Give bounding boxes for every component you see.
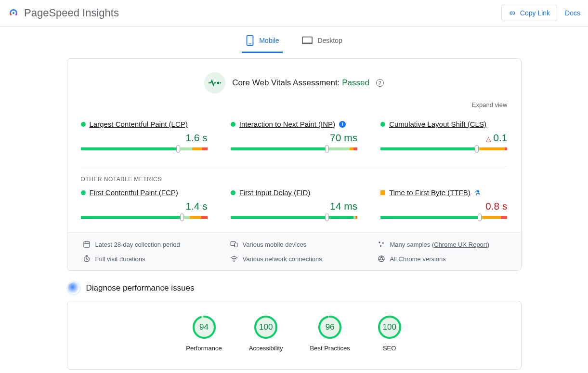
metric-item: First Contentful Paint (FCP) 1.4 s xyxy=(81,188,208,219)
warning-icon: △ xyxy=(486,135,491,143)
percentile-handle xyxy=(176,145,180,153)
link-icon xyxy=(509,9,516,17)
header-left: PageSpeed Insights xyxy=(8,7,119,19)
flask-icon: ⚗ xyxy=(474,189,481,197)
svg-rect-3 xyxy=(302,37,312,43)
info-icon[interactable]: i xyxy=(339,121,346,128)
expand-view-link[interactable]: Expand view xyxy=(81,101,508,108)
score-gauge: 100 xyxy=(253,315,278,340)
wifi-icon xyxy=(230,255,238,263)
lighthouse-badge-icon xyxy=(68,282,79,294)
status-dot xyxy=(231,122,235,127)
svg-rect-7 xyxy=(84,242,90,247)
percentile-handle xyxy=(180,213,184,221)
metric-item: First Input Delay (FID) 14 ms xyxy=(231,188,357,219)
footer-period: Latest 28-day collection period xyxy=(83,240,217,248)
metric-item: Time to First Byte (TTFB) ⚗ 0.8 s xyxy=(380,188,507,219)
metric-name-link[interactable]: Time to First Byte (TTFB) xyxy=(389,188,470,197)
metric-header: Largest Contentful Paint (LCP) xyxy=(81,120,208,128)
svg-point-11 xyxy=(382,242,383,244)
crux-report-link[interactable]: Chrome UX Report xyxy=(434,241,487,248)
score-label: Best Practices xyxy=(310,345,350,352)
diagnose-title: Diagnose performance issues xyxy=(86,283,195,293)
metric-header: Cumulative Layout Shift (CLS) xyxy=(380,120,507,128)
footer-network: Various network connections xyxy=(230,255,364,263)
metric-value: △0.1 xyxy=(380,132,507,144)
distribution-bar xyxy=(380,147,507,150)
diagnose-header: Diagnose performance issues xyxy=(68,282,522,294)
score-label: SEO xyxy=(377,345,402,352)
svg-point-6 xyxy=(220,82,221,83)
metric-name-link[interactable]: Largest Contentful Paint (LCP) xyxy=(90,120,188,128)
footer-samples: Many samples (Chrome UX Report) xyxy=(378,240,511,248)
calendar-icon xyxy=(83,240,91,248)
tab-mobile[interactable]: Mobile xyxy=(242,29,283,53)
metric-header: First Input Delay (FID) xyxy=(231,188,357,197)
metric-item: Interaction to Next Paint (INP) i 70 ms xyxy=(231,120,357,150)
cwv-status: Passed xyxy=(342,78,369,87)
percentile-handle xyxy=(478,213,482,221)
devices-icon xyxy=(230,240,238,248)
metric-item: Cumulative Layout Shift (CLS) △0.1 xyxy=(380,120,507,150)
svg-point-10 xyxy=(379,241,380,243)
device-tabs: Mobile Desktop xyxy=(0,27,588,53)
tab-desktop[interactable]: Desktop xyxy=(298,29,346,53)
copy-link-button[interactable]: Copy Link xyxy=(501,5,557,21)
metric-header: Time to First Byte (TTFB) ⚗ xyxy=(380,188,507,197)
status-square xyxy=(380,190,385,195)
score-seo[interactable]: 100 SEO xyxy=(377,315,402,352)
copy-link-label: Copy Link xyxy=(520,9,550,17)
metric-name-link[interactable]: First Contentful Paint (FCP) xyxy=(90,188,178,197)
status-dot xyxy=(81,122,86,127)
lighthouse-scores: 94 Performance 100 Accessibility 96 Best… xyxy=(67,301,521,369)
score-value: 94 xyxy=(192,315,217,340)
metric-value: 1.6 s xyxy=(81,132,208,144)
pulse-icon xyxy=(204,72,225,93)
help-icon[interactable]: ? xyxy=(376,79,384,87)
header-right: Copy Link Docs xyxy=(501,5,580,21)
score-value: 96 xyxy=(317,315,342,340)
metric-value: 1.4 s xyxy=(81,200,208,212)
status-dot xyxy=(380,122,385,127)
score-best practices[interactable]: 96 Best Practices xyxy=(310,315,350,352)
distribution-bar xyxy=(380,216,507,219)
footer-versions: All Chrome versions xyxy=(378,255,511,263)
svg-point-12 xyxy=(380,245,381,247)
timer-icon xyxy=(83,255,91,263)
scatter-icon xyxy=(378,240,385,248)
metric-header: Interaction to Next Paint (INP) i xyxy=(231,120,357,128)
distribution-bar xyxy=(81,216,208,219)
cwv-header: Core Web Vitals Assessment: Passed ? xyxy=(81,72,508,93)
metric-name-link[interactable]: First Input Delay (FID) xyxy=(239,188,311,197)
distribution-bar xyxy=(231,216,357,219)
app-title: PageSpeed Insights xyxy=(24,7,119,19)
main-content: Core Web Vitals Assessment: Passed ? Exp… xyxy=(63,58,525,370)
score-label: Accessibility xyxy=(249,345,283,352)
svg-rect-2 xyxy=(248,43,251,44)
cwv-metrics-grid: Largest Contentful Paint (LCP) 1.6 s Int… xyxy=(81,120,508,150)
status-dot xyxy=(231,190,235,195)
distribution-bar xyxy=(231,147,357,150)
metric-name-link[interactable]: Cumulative Layout Shift (CLS) xyxy=(389,120,486,128)
docs-link[interactable]: Docs xyxy=(565,9,580,17)
svg-point-14 xyxy=(234,261,235,262)
score-label: Performance xyxy=(186,345,222,352)
tab-mobile-label: Mobile xyxy=(259,37,279,44)
score-performance[interactable]: 94 Performance xyxy=(186,315,222,352)
score-gauge: 94 xyxy=(192,315,217,340)
percentile-handle xyxy=(325,145,329,153)
cwv-title-prefix: Core Web Vitals Assessment: xyxy=(232,78,342,87)
score-value: 100 xyxy=(377,315,402,340)
percentile-handle xyxy=(325,213,329,221)
score-gauge: 100 xyxy=(377,315,402,340)
metric-name-link[interactable]: Interaction to Next Paint (INP) xyxy=(239,120,335,128)
metric-item: Largest Contentful Paint (LCP) 1.6 s xyxy=(81,120,208,150)
other-metrics-label: OTHER NOTABLE METRICS xyxy=(81,166,508,183)
svg-point-0 xyxy=(13,12,14,14)
cwv-title: Core Web Vitals Assessment: Passed xyxy=(232,78,369,88)
distribution-bar xyxy=(81,147,208,150)
score-accessibility[interactable]: 100 Accessibility xyxy=(249,315,283,352)
app-header: PageSpeed Insights Copy Link Docs xyxy=(0,0,588,27)
desktop-icon xyxy=(302,36,313,45)
score-gauge: 96 xyxy=(317,315,342,340)
